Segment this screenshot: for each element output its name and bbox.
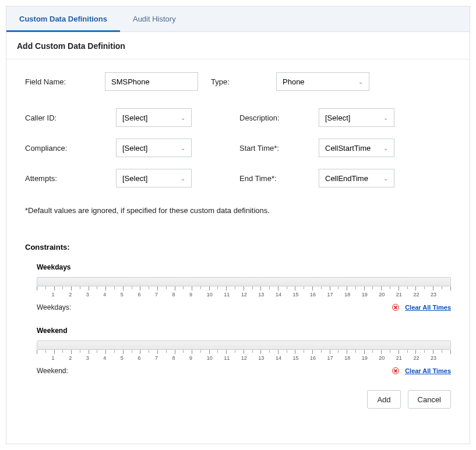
weekdays-block: Weekdays 1234567891011121314151617181920…	[37, 263, 451, 311]
weekdays-title: Weekdays	[37, 263, 451, 271]
weekend-footer: Weekend: Clear All Times	[37, 367, 451, 375]
chevron-down-icon: ⌄	[181, 115, 185, 121]
tabs-bar: Custom Data Definitions Audit History	[6, 6, 470, 32]
compliance-select[interactable]: [Select] ⌄	[116, 139, 192, 157]
weekdays-footer-label: Weekdays:	[37, 303, 71, 311]
weekdays-footer: Weekdays: Clear All Times	[37, 303, 451, 311]
weekend-block: Weekend 12345678910111213141516171819202…	[37, 327, 451, 375]
weekend-clear-link[interactable]: Clear All Times	[405, 367, 451, 374]
end-time-label: End Time*:	[239, 174, 309, 183]
field-name-input[interactable]	[105, 72, 198, 91]
form-top-row: Field Name: Type: Phone ⌄	[25, 72, 451, 91]
type-select[interactable]: Phone ⌄	[276, 72, 369, 91]
form-lower-grid: Caller ID: [Select] ⌄ Description: [Sele…	[25, 108, 451, 187]
attempts-value: [Select]	[122, 174, 147, 183]
weekend-ticks: 1234567891011121314151617181920212223	[37, 352, 451, 362]
type-select-value: Phone	[283, 77, 305, 86]
chevron-down-icon: ⌄	[181, 145, 185, 151]
end-time-value: CellEndTime	[325, 174, 368, 183]
weekdays-clear-link[interactable]: Clear All Times	[405, 304, 451, 311]
chevron-down-icon: ⌄	[181, 175, 185, 182]
attempts-select[interactable]: [Select] ⌄	[116, 169, 192, 187]
weekend-footer-label: Weekend:	[37, 367, 68, 375]
type-label: Type:	[211, 77, 263, 86]
caller-id-label: Caller ID:	[25, 114, 107, 122]
description-label: Description:	[239, 114, 309, 122]
description-value: [Select]	[325, 114, 350, 122]
close-icon[interactable]	[392, 304, 399, 311]
tab-custom-data-definitions[interactable]: Custom Data Definitions	[6, 6, 120, 31]
caller-id-value: [Select]	[122, 114, 147, 122]
action-bar: Add Cancel	[25, 390, 451, 409]
tab-audit-history[interactable]: Audit History	[120, 6, 189, 31]
weekdays-ticks: 1234567891011121314151617181920212223	[37, 288, 451, 299]
description-select[interactable]: [Select] ⌄	[319, 108, 394, 127]
constraints-section: Constraints: Weekdays 123456789101112131…	[25, 243, 451, 375]
weekdays-timeline[interactable]	[37, 277, 451, 286]
chevron-down-icon: ⌄	[383, 145, 388, 151]
constraints-title: Constraints:	[25, 243, 451, 251]
start-time-value: CellStartTime	[325, 144, 371, 153]
app-frame: Custom Data Definitions Audit History Ad…	[0, 0, 476, 450]
start-time-select[interactable]: CellStartTime ⌄	[319, 139, 394, 157]
default-values-note: *Default values are ignored, if specifie…	[25, 206, 451, 215]
close-icon[interactable]	[392, 367, 399, 374]
weekend-title: Weekend	[37, 327, 451, 335]
chevron-down-icon: ⌄	[383, 115, 388, 121]
add-button[interactable]: Add	[367, 390, 400, 409]
chevron-down-icon: ⌄	[358, 79, 363, 85]
section-title: Add Custom Data Definition	[6, 32, 470, 59]
start-time-label: Start Time*:	[239, 144, 309, 153]
field-name-label: Field Name:	[25, 77, 92, 86]
attempts-label: Attempts:	[25, 174, 107, 183]
caller-id-select[interactable]: [Select] ⌄	[116, 108, 192, 127]
end-time-select[interactable]: CellEndTime ⌄	[319, 169, 394, 187]
content-area: Field Name: Type: Phone ⌄ Caller ID: [Se…	[6, 59, 470, 444]
compliance-value: [Select]	[122, 144, 147, 153]
cancel-button[interactable]: Cancel	[408, 390, 451, 409]
panel: Custom Data Definitions Audit History Ad…	[6, 6, 470, 444]
compliance-label: Compliance:	[25, 144, 107, 153]
chevron-down-icon: ⌄	[383, 175, 388, 182]
weekend-timeline[interactable]	[37, 341, 451, 350]
